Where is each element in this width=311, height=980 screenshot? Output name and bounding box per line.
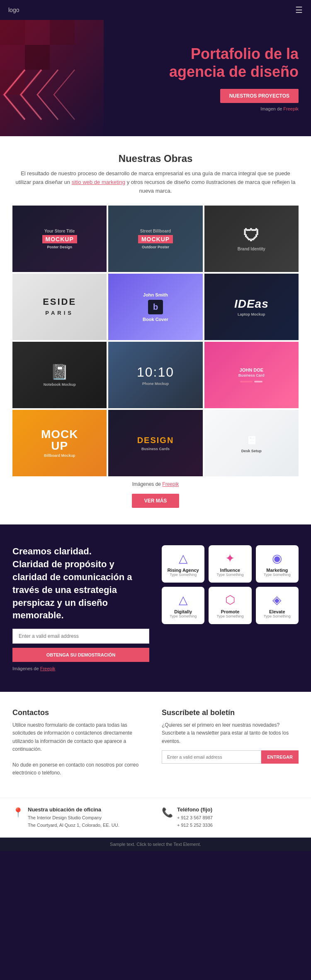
contactos-right: Suscríbete al boletín ¿Quieres ser el pr… xyxy=(162,708,299,781)
obras-grid: Your Store Title MOCKUP Poster Design St… xyxy=(12,206,299,476)
hero-section: Portafolio de la agencia de diseño NUEST… xyxy=(0,20,311,136)
contactos-left: Contactos Utilice nuestro formulario de … xyxy=(12,708,149,781)
phone-title: Teléfono (fijo) xyxy=(177,806,213,813)
location-title: Nuestra ubicación de oficina xyxy=(28,806,119,813)
influence-icon: ✦ xyxy=(225,551,235,565)
obras-credit: Imágenes de Freepik xyxy=(12,481,299,487)
elevate-name: Elevate xyxy=(269,609,285,614)
logo-card-marketing[interactable]: ◉ Marketing Type Something xyxy=(256,545,299,583)
hero-credit: Imagen de Freepik xyxy=(169,106,299,111)
clarity-email-input[interactable] xyxy=(12,629,149,644)
marketing-link[interactable]: sitio web de marketing xyxy=(72,179,125,185)
office-phone-block: 📞 Teléfono (fijo) + 912 3 567 8987+ 912 … xyxy=(162,806,299,829)
logo-grid: △ Rising Agency Type Something ✦ Influen… xyxy=(162,545,299,624)
freepik-link[interactable]: Freepik xyxy=(283,106,299,111)
logo-card-promote[interactable]: ⬡ Promote Type Something xyxy=(209,587,251,624)
hero-title: Portafolio de la agencia de diseño xyxy=(169,45,299,81)
obras-description: El resultado de nuestro proceso de desar… xyxy=(12,169,299,195)
logo-card-digitally[interactable]: △ Digitally Type Something xyxy=(162,587,204,624)
freepik-clarity-link[interactable]: Freepik xyxy=(40,666,56,671)
rising-icon: △ xyxy=(179,551,188,565)
obra-item-8[interactable]: 10:10 Phone Mockup xyxy=(108,342,202,408)
clarity-credit: Imágenes de Freepik xyxy=(12,666,149,671)
hero-arrows-decoration xyxy=(0,20,104,136)
logo-card-elevate[interactable]: ◈ Elevate Type Something xyxy=(256,587,299,624)
promote-icon: ⬡ xyxy=(225,593,235,607)
nuestros-proyectos-button[interactable]: NUESTROS PROYECTOS xyxy=(220,89,299,103)
contactos-description: Utilice nuestro formulario de contacto p… xyxy=(12,721,149,777)
obra-item-10[interactable]: MOCKUP Billboard Mockup xyxy=(12,410,107,476)
elevate-sub: Type Something xyxy=(264,614,291,618)
contactos-title: Contactos xyxy=(12,708,149,717)
freepik-obras-link[interactable]: Freepik xyxy=(162,481,179,487)
obra-item-2[interactable]: Street Billboard MOCKUP Outdoor Poster xyxy=(108,206,202,272)
elevate-icon: ◈ xyxy=(272,593,282,607)
digitally-icon: △ xyxy=(179,593,188,607)
svg-rect-4 xyxy=(0,45,25,70)
header: logo ☰ xyxy=(0,0,311,20)
clarity-title: Creamos claridad.Claridad de propósito y… xyxy=(12,545,149,622)
office-section: 📍 Nuestra ubicación de oficina The Inter… xyxy=(0,798,311,837)
svg-rect-5 xyxy=(25,45,50,70)
suscribe-row: ENTREGAR xyxy=(162,750,299,764)
office-location-block: 📍 Nuestra ubicación de oficina The Inter… xyxy=(12,806,149,829)
promote-sub: Type Something xyxy=(216,614,243,618)
clarity-left: Creamos claridad.Claridad de propósito y… xyxy=(12,545,149,671)
promote-name: Promote xyxy=(221,609,240,614)
obra-item-4[interactable]: ESIDEPARIS xyxy=(12,274,107,340)
svg-rect-2 xyxy=(25,20,50,45)
ver-mas-button[interactable]: VER MÁS xyxy=(132,494,180,508)
obra-item-7[interactable]: 📓 Notebook Mockup xyxy=(12,342,107,408)
svg-rect-1 xyxy=(0,20,25,45)
logo: logo xyxy=(8,7,19,13)
rising-sub: Type Something xyxy=(170,573,197,577)
location-icon: 📍 xyxy=(12,807,24,818)
marketing-name: Marketing xyxy=(266,568,288,573)
obras-section: Nuestras Obras El resultado de nuestro p… xyxy=(0,136,311,524)
clarity-right: △ Rising Agency Type Something ✦ Influen… xyxy=(162,545,299,624)
influence-name: Influence xyxy=(220,568,240,573)
phone-numbers: + 912 3 567 8987+ 912 5 252 3336 xyxy=(177,814,213,829)
obra-item-6[interactable]: IDEas Laptop Mockup xyxy=(204,274,299,340)
marketing-icon: ◉ xyxy=(272,551,282,565)
obra-item-5[interactable]: John Smith b Book Cover xyxy=(108,274,202,340)
logo-card-influence[interactable]: ✦ Influence Type Something xyxy=(209,545,251,583)
suscribe-button[interactable]: ENTREGAR xyxy=(261,750,299,764)
hero-text-block: Portafolio de la agencia de diseño NUEST… xyxy=(169,45,299,111)
phone-icon: 📞 xyxy=(162,807,173,818)
digitally-name: Digitally xyxy=(174,609,192,614)
logo-card-rising[interactable]: △ Rising Agency Type Something xyxy=(162,545,204,583)
hamburger-menu[interactable]: ☰ xyxy=(295,5,303,15)
obra-item-12[interactable]: 🖥 Desk Setup xyxy=(204,410,299,476)
suscribe-title: Suscríbete al boletín xyxy=(162,708,299,717)
location-address: The Interior Design Studio CompanyThe Co… xyxy=(28,814,119,829)
obra-item-3[interactable]: 🛡 Brand Identity xyxy=(204,206,299,272)
marketing-sub: Type Something xyxy=(264,573,291,577)
rising-name: Rising Agency xyxy=(168,568,199,573)
obra-item-11[interactable]: DESIGN Business Cards xyxy=(108,410,202,476)
obra-item-1[interactable]: Your Store Title MOCKUP Poster Design xyxy=(12,206,107,272)
footer: Sample text. Click to select the Text El… xyxy=(0,838,311,851)
digitally-sub: Type Something xyxy=(170,614,197,618)
footer-text: Sample text. Click to select the Text El… xyxy=(8,842,303,847)
svg-rect-3 xyxy=(50,20,75,45)
demostracion-button[interactable]: OBTENGA SU DEMOSTRACIÓN xyxy=(12,648,149,662)
office-location-text: Nuestra ubicación de oficina The Interio… xyxy=(28,806,119,829)
obras-title: Nuestras Obras xyxy=(12,153,299,164)
clarity-section: Creamos claridad.Claridad de propósito y… xyxy=(0,524,311,692)
contactos-section: Contactos Utilice nuestro formulario de … xyxy=(0,692,311,798)
obra-item-9[interactable]: JOHN DOE Business Card xyxy=(204,342,299,408)
suscribe-description: ¿Quieres ser el primero en leer nuestras… xyxy=(162,721,299,745)
influence-sub: Type Something xyxy=(216,573,243,577)
office-phone-text: Teléfono (fijo) + 912 3 567 8987+ 912 5 … xyxy=(177,806,213,829)
suscribe-email-input[interactable] xyxy=(162,750,261,764)
